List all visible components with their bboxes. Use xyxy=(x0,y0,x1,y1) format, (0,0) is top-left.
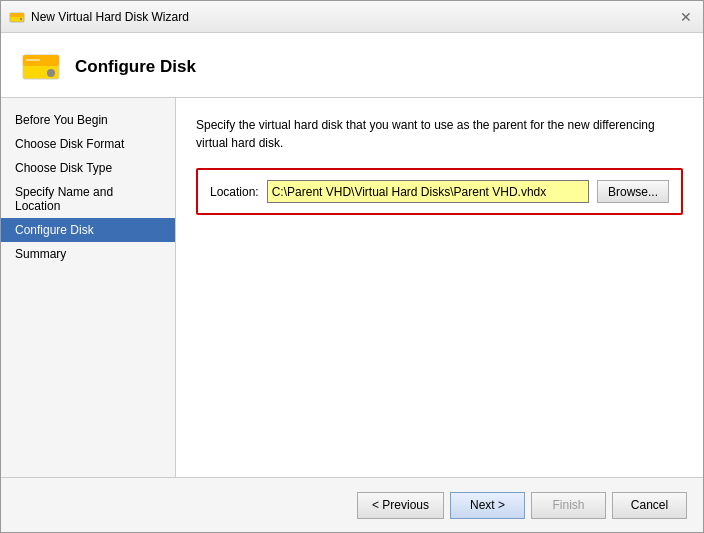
wizard-header-title: Configure Disk xyxy=(75,57,196,77)
footer: < Previous Next > Finish Cancel xyxy=(1,477,703,532)
next-button[interactable]: Next > xyxy=(450,492,525,519)
main-content: Specify the virtual hard disk that you w… xyxy=(176,98,703,477)
wizard-header: Configure Disk xyxy=(1,33,703,98)
description-text: Specify the virtual hard disk that you w… xyxy=(196,116,683,152)
location-label: Location: xyxy=(210,185,259,199)
location-row: Location: Browse... xyxy=(210,180,669,203)
title-bar-title: New Virtual Hard Disk Wizard xyxy=(31,10,677,24)
sidebar-item-before-you-begin[interactable]: Before You Begin xyxy=(1,108,175,132)
title-bar-icon xyxy=(9,9,25,25)
location-highlight-box: Location: Browse... xyxy=(196,168,683,215)
title-bar: New Virtual Hard Disk Wizard ✕ xyxy=(1,1,703,33)
wizard-header-icon xyxy=(21,47,61,87)
svg-point-2 xyxy=(20,17,22,19)
browse-button[interactable]: Browse... xyxy=(597,180,669,203)
svg-point-5 xyxy=(47,69,55,77)
sidebar-item-choose-disk-format[interactable]: Choose Disk Format xyxy=(1,132,175,156)
sidebar-item-specify-name[interactable]: Specify Name and Location xyxy=(1,180,175,218)
wizard-body: Before You Begin Choose Disk Format Choo… xyxy=(1,98,703,477)
sidebar: Before You Begin Choose Disk Format Choo… xyxy=(1,98,176,477)
sidebar-item-configure-disk[interactable]: Configure Disk xyxy=(1,218,175,242)
sidebar-item-choose-disk-type[interactable]: Choose Disk Type xyxy=(1,156,175,180)
previous-button[interactable]: < Previous xyxy=(357,492,444,519)
svg-rect-6 xyxy=(26,59,40,61)
cancel-button[interactable]: Cancel xyxy=(612,492,687,519)
close-button[interactable]: ✕ xyxy=(677,8,695,26)
wizard-window: New Virtual Hard Disk Wizard ✕ Configure… xyxy=(0,0,704,533)
location-input[interactable] xyxy=(267,180,589,203)
svg-rect-1 xyxy=(10,13,24,17)
finish-button[interactable]: Finish xyxy=(531,492,606,519)
sidebar-item-summary[interactable]: Summary xyxy=(1,242,175,266)
